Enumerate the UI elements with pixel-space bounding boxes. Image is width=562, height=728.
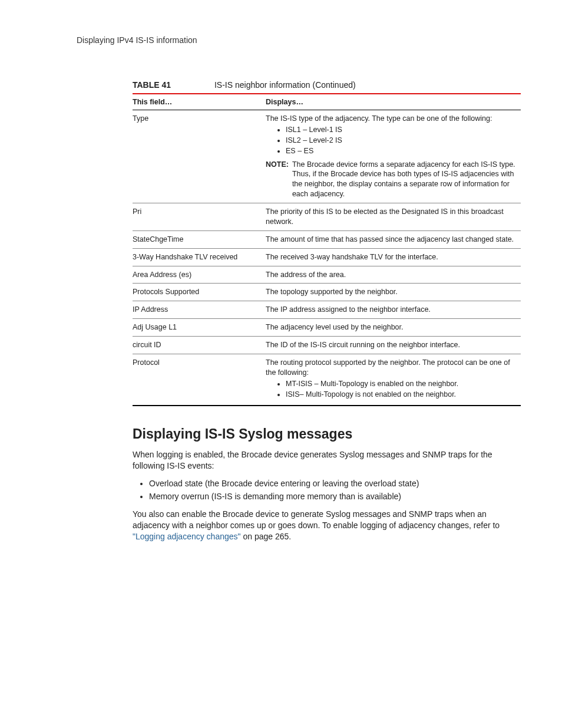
cell-desc: The received 3-way handshake TLV for the… [266, 248, 521, 266]
table-row: Area Address (es) The address of the are… [133, 266, 521, 284]
cell-field: IP Address [133, 301, 266, 319]
table-row: StateChgeTime The amount of time that ha… [133, 230, 521, 248]
table-row: Adj Usage L1 The adjacency level used by… [133, 319, 521, 337]
section-heading: Displaying IS-IS Syslog messages [133, 426, 521, 442]
paragraph: You also can enable the Brocade device t… [133, 509, 521, 542]
cell-desc: The adjacency level used by the neighbor… [266, 319, 521, 337]
cell-desc: The IS-IS type of the adjacency. The typ… [266, 110, 521, 203]
xref-logging-adjacency[interactable]: "Logging adjacency changes" [133, 532, 241, 541]
table-row: Protocol The routing protocol supported … [133, 354, 521, 406]
cell-desc: The amount of time that has passed since… [266, 230, 521, 248]
page: Displaying IPv4 IS-IS information TABLE … [0, 0, 562, 583]
cell-intro: The routing protocol supported by the ne… [266, 358, 518, 378]
table-row: Protocols Supported The topology support… [133, 284, 521, 301]
cell-field: Type [133, 110, 266, 203]
col-field: This field… [133, 94, 266, 110]
event-list: Overload state (the Brocade device enter… [133, 477, 521, 503]
text: on page 265. [241, 532, 292, 541]
note: NOTE: The Brocade device forms a separat… [266, 160, 518, 200]
table-title: IS-IS neighbor information (Continued) [214, 80, 356, 90]
list-item: ISIS– Multi-Topology is not enabled on t… [286, 390, 518, 400]
section-syslog: Displaying IS-IS Syslog messages When lo… [133, 426, 521, 542]
list-item: MT-ISIS – Multi-Topology is enabled on t… [286, 379, 518, 389]
note-text: The Brocade device forms a separate adja… [292, 160, 518, 200]
paragraph: When logging is enabled, the Brocade dev… [133, 449, 521, 472]
cell-field: Adj Usage L1 [133, 319, 266, 337]
cell-list: MT-ISIS – Multi-Topology is enabled on t… [266, 379, 518, 400]
cell-field: 3-Way Handshake TLV received [133, 248, 266, 266]
cell-desc: The address of the area. [266, 266, 521, 284]
list-item: ES – ES [286, 146, 518, 156]
cell-field: Protocols Supported [133, 284, 266, 301]
table-41: TABLE 41 IS-IS neighbor information (Con… [133, 80, 521, 406]
note-label: NOTE: [266, 160, 289, 200]
table-row: Type The IS-IS type of the adjacency. Th… [133, 110, 521, 203]
cell-desc: The ID of the IS-IS circuit running on t… [266, 337, 521, 354]
cell-field: Protocol [133, 354, 266, 406]
info-table: This field… Displays… Type The IS-IS typ… [133, 93, 521, 406]
list-item: Overload state (the Brocade device enter… [149, 477, 521, 489]
cell-intro: The IS-IS type of the adjacency. The typ… [266, 114, 518, 124]
cell-field: circuit ID [133, 337, 266, 354]
cell-desc: The routing protocol supported by the ne… [266, 354, 521, 406]
list-item: ISL2 – Level-2 IS [286, 136, 518, 146]
col-displays: Displays… [266, 94, 521, 110]
table-header-row: This field… Displays… [133, 94, 521, 110]
table-row: 3-Way Handshake TLV received The receive… [133, 248, 521, 266]
cell-list: ISL1 – Level-1 IS ISL2 – Level-2 IS ES –… [266, 125, 518, 156]
table-caption: TABLE 41 IS-IS neighbor information (Con… [133, 80, 521, 90]
table-row: Pri The priority of this IS to be electe… [133, 203, 521, 231]
list-item: Memory overrun (IS-IS is demanding more … [149, 490, 521, 502]
cell-field: Pri [133, 203, 266, 231]
cell-desc: The priority of this IS to be elected as… [266, 203, 521, 231]
cell-field: StateChgeTime [133, 230, 266, 248]
table-row: IP Address The IP address assigned to th… [133, 301, 521, 319]
list-item: ISL1 – Level-1 IS [286, 125, 518, 135]
cell-desc: The IP address assigned to the neighbor … [266, 301, 521, 319]
table-row: circuit ID The ID of the IS-IS circuit r… [133, 337, 521, 354]
cell-field: Area Address (es) [133, 266, 266, 284]
cell-desc: The topology supported by the neighbor. [266, 284, 521, 301]
running-header: Displaying IPv4 IS-IS information [77, 35, 521, 45]
table-label: TABLE 41 [133, 80, 171, 90]
text: You also can enable the Brocade device t… [133, 509, 500, 530]
